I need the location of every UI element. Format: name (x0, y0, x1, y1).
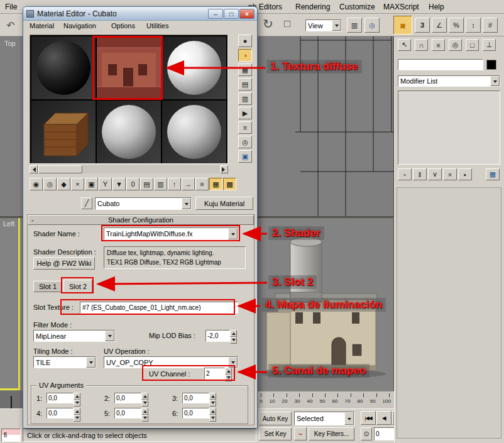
kuju-material-button[interactable]: Kuju Material (195, 197, 253, 210)
tab-motion[interactable]: ◎ (449, 39, 462, 51)
go-sibling-button[interactable]: → (182, 178, 195, 190)
spin-down-icon[interactable] (230, 337, 237, 344)
spin-up-icon[interactable] (209, 408, 216, 415)
maximize-button[interactable]: □ (224, 9, 239, 19)
spin-up-icon[interactable] (141, 393, 148, 400)
pin-stack-button[interactable]: ▫ (398, 168, 412, 180)
uv-operation-dropdown[interactable]: UV_OP_COPY (104, 356, 238, 368)
angle-snap-button[interactable]: ∠ (432, 18, 447, 33)
spin-down-icon[interactable] (141, 400, 148, 407)
texture-tile-button[interactable]: ▤ (140, 178, 153, 190)
dropdown-arrow-icon[interactable] (182, 198, 191, 209)
material-navigator-button[interactable]: ▣ (238, 150, 252, 163)
menu-file[interactable]: File (5, 3, 17, 11)
use-pivot-button[interactable]: ▥ (347, 18, 362, 33)
spin-up-icon[interactable] (74, 393, 80, 400)
maxscript-mini-listener[interactable]: fi (1, 429, 21, 442)
auto-key-button[interactable]: Auto Key (259, 412, 292, 425)
tab-hierarchy[interactable]: ≡ (432, 39, 445, 51)
select-scale-icon[interactable]: □ (284, 18, 290, 30)
spin-down-icon[interactable] (74, 400, 80, 407)
tab-utilities[interactable]: ⊥ (483, 39, 496, 51)
material-slot-4[interactable] (31, 101, 96, 163)
undo-button[interactable]: ↶ (1, 16, 20, 34)
spin-up-icon[interactable] (141, 408, 148, 415)
material-options-button[interactable]: ≡ (195, 178, 209, 190)
slot-texture-field[interactable]: #7 (ES_Cubato_Caspe_01_Light_nm.ace) (80, 302, 238, 314)
make-preview-button[interactable]: ▶ (238, 107, 252, 119)
go-parent-button[interactable]: ↑ (168, 178, 181, 190)
video-check-button[interactable]: ▥ (154, 178, 167, 190)
uv-arg-spinner-1[interactable]: 0,0 (47, 393, 80, 403)
tab-modify[interactable]: ∩ (415, 39, 428, 51)
video-color-check-button[interactable]: ▥ (238, 92, 252, 105)
uv-channel-spinner[interactable]: 2 (204, 368, 232, 380)
menu-options[interactable]: Options (111, 22, 135, 30)
minimize-button[interactable]: – (208, 9, 223, 19)
material-slot-5[interactable] (97, 101, 161, 163)
reset-map-button[interactable]: × (71, 178, 84, 190)
tab-slot-2[interactable]: Slot 2 (63, 280, 92, 293)
assign-material-button[interactable]: ◆ (57, 178, 70, 190)
spin-up-icon[interactable] (209, 393, 216, 400)
time-config-button[interactable]: ⊙ (361, 427, 372, 440)
scrollbar-thumb[interactable] (38, 165, 82, 173)
material-editor-titlebar[interactable]: Material Editor - Cubato – □ × (23, 7, 257, 21)
modifier-stack-list[interactable] (398, 90, 500, 165)
tab-slot-1[interactable]: Slot 1 (33, 281, 62, 292)
menu-rendering[interactable]: Rendering (295, 3, 330, 11)
snaps-3d-button[interactable]: 3 (415, 18, 430, 33)
go-start-button[interactable]: |◀◀ (361, 411, 376, 425)
modifier-list-dropdown[interactable]: Modifier List (398, 75, 500, 87)
close-button[interactable]: × (239, 9, 255, 19)
uv-arg-spinner-4[interactable]: 0,0 (47, 408, 80, 418)
viewport-label-top[interactable]: Top (4, 40, 16, 47)
background-button[interactable]: ▦ (238, 63, 252, 76)
tiling-mode-dropdown[interactable]: TILE (33, 356, 96, 368)
material-slot-2-selected[interactable] (97, 36, 161, 99)
get-material-button[interactable]: ◉ (30, 178, 43, 190)
material-slot-3[interactable] (162, 36, 226, 99)
dropdown-arrow-icon[interactable] (344, 412, 354, 425)
snaps-toggle-button[interactable]: ■ (393, 16, 412, 35)
menu-utilities[interactable]: Utilities (146, 22, 168, 30)
spin-up-icon[interactable] (74, 408, 80, 415)
backlight-button[interactable]: ◑ (238, 49, 252, 62)
spin-up-icon[interactable] (230, 330, 237, 337)
dropdown-arrow-icon[interactable] (228, 228, 238, 239)
dropdown-arrow-icon[interactable] (105, 331, 114, 341)
pick-material-button[interactable]: ╱ (81, 197, 92, 209)
make-copy-button[interactable]: ▣ (85, 178, 98, 190)
dropdown-arrow-icon[interactable] (332, 20, 341, 31)
menu-help[interactable]: Help (429, 3, 444, 11)
tab-create[interactable]: ↖ (398, 39, 411, 51)
make-unique-stack-button[interactable]: ∨ (428, 168, 442, 180)
object-color-swatch[interactable] (486, 60, 496, 70)
dropdown-arrow-icon[interactable] (228, 357, 238, 368)
mip-lod-spinner[interactable]: -2,0 (205, 330, 237, 342)
menu-navigation[interactable]: Navigation (63, 22, 96, 30)
dropdown-arrow-icon[interactable] (86, 357, 96, 368)
percent-snap-button[interactable]: % (449, 18, 464, 33)
menu-maxscript[interactable]: MAXScript (383, 3, 419, 11)
dropdown-arrow-icon[interactable] (490, 76, 500, 86)
spinner-snap-button[interactable]: ↕ (466, 18, 481, 33)
show-end-result-stack-button[interactable]: ‖ (413, 168, 427, 180)
scroll-right-icon[interactable] (220, 165, 228, 173)
shader-name-dropdown[interactable]: TrainLightMapWithDiffuse.fx (104, 227, 238, 240)
uv-arg-spinner-3[interactable]: 0,0 (182, 393, 216, 403)
reference-coordinate-dropdown[interactable]: View (305, 19, 342, 31)
select-by-material-button[interactable]: ◎ (238, 136, 252, 148)
spin-down-icon[interactable] (209, 400, 216, 407)
selection-set-dropdown[interactable]: Selected (294, 412, 354, 425)
show-map-viewport-button[interactable]: ▦ (209, 178, 222, 190)
put-to-library-button[interactable]: ▼ (112, 178, 126, 190)
spin-down-icon[interactable] (225, 375, 232, 381)
material-slot-1[interactable] (31, 36, 96, 99)
material-editor-window[interactable]: Material Editor - Cubato – □ × Material … (23, 6, 258, 429)
filter-mode-dropdown[interactable]: MipLinear (33, 330, 115, 342)
tab-display[interactable]: □ (466, 39, 479, 51)
new-key-tangent-button[interactable]: ~ (294, 427, 307, 440)
remove-modifier-button[interactable]: × (443, 168, 457, 180)
material-name-dropdown[interactable]: Cubato (95, 197, 192, 210)
